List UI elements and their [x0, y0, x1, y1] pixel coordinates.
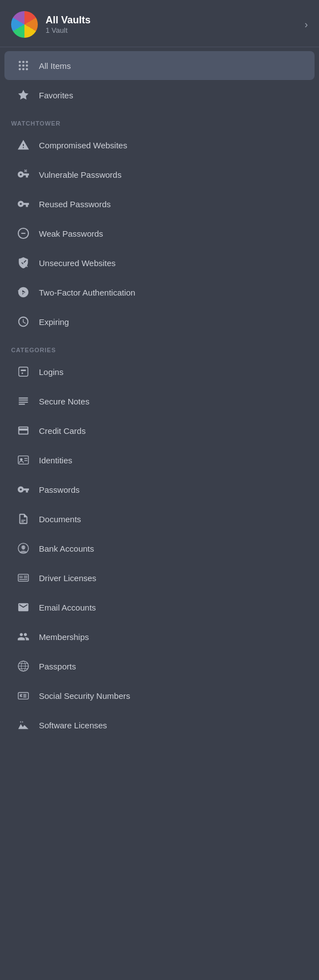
passports-icon — [16, 658, 31, 674]
svg-point-1 — [22, 61, 24, 63]
nav-item-documents[interactable]: Documents — [4, 504, 315, 533]
nav-item-secure-notes[interactable]: Secure Notes — [4, 387, 315, 416]
nav-item-unsecured-websites[interactable]: Unsecured Websites — [4, 248, 315, 277]
nav-item-two-factor[interactable]: Two-Factor Authentication — [4, 278, 315, 307]
vulnerable-passwords-label: Vulnerable Passwords — [39, 170, 122, 179]
warning-icon — [16, 137, 31, 153]
nav-item-vulnerable-passwords[interactable]: Vulnerable Passwords — [4, 160, 315, 189]
unsecured-websites-icon — [16, 255, 31, 271]
reused-passwords-icon — [16, 196, 31, 212]
nav-item-favorites[interactable]: Favorites — [4, 81, 315, 109]
reused-passwords-label: Reused Passwords — [39, 199, 111, 209]
two-factor-icon — [16, 284, 31, 300]
nav-item-passwords[interactable]: Passwords — [4, 475, 315, 504]
credit-cards-label: Credit Cards — [39, 426, 86, 436]
svg-point-2 — [26, 61, 28, 63]
social-security-icon — [16, 688, 31, 703]
nav-item-email-accounts[interactable]: Email Accounts — [4, 593, 315, 622]
nav-item-expiring[interactable]: Expiring — [4, 307, 315, 336]
vault-selector[interactable]: All Vaults 1 Vault — [11, 11, 91, 38]
svg-point-6 — [19, 68, 21, 70]
documents-label: Documents — [39, 514, 81, 524]
unsecured-websites-label: Unsecured Websites — [39, 258, 116, 268]
nav-item-driver-licenses[interactable]: Driver Licenses — [4, 563, 315, 592]
header: All Vaults 1 Vault › — [0, 0, 319, 47]
weak-passwords-label: Weak Passwords — [39, 229, 103, 238]
passwords-label: Passwords — [39, 485, 79, 494]
email-accounts-label: Email Accounts — [39, 603, 96, 612]
expiring-label: Expiring — [39, 317, 69, 327]
nav-item-reused-passwords[interactable]: Reused Passwords — [4, 189, 315, 218]
memberships-label: Memberships — [39, 632, 89, 642]
nav-item-social-security[interactable]: Social Security Numbers — [4, 681, 315, 710]
driver-licenses-label: Driver Licenses — [39, 573, 96, 583]
svg-rect-21 — [19, 576, 23, 578]
star-icon — [16, 87, 31, 103]
credit-cards-icon — [16, 423, 31, 438]
logins-label: Logins — [39, 367, 63, 377]
email-accounts-icon — [16, 599, 31, 615]
weak-passwords-icon — [16, 226, 31, 241]
nav-item-credit-cards[interactable]: Credit Cards — [4, 416, 315, 445]
svg-point-5 — [26, 64, 28, 67]
nav-item-weak-passwords[interactable]: Weak Passwords — [4, 219, 315, 248]
vault-info: All Vaults 1 Vault — [46, 14, 91, 34]
expiring-icon — [16, 314, 31, 329]
svg-point-0 — [19, 61, 21, 63]
all-items-label: All Items — [39, 61, 71, 71]
memberships-icon — [16, 629, 31, 644]
nav-item-all-items[interactable]: All Items — [4, 51, 315, 80]
vault-count: 1 Vault — [46, 26, 91, 34]
vault-logo — [11, 11, 38, 38]
vulnerable-passwords-icon — [16, 167, 31, 182]
software-licenses-label: Software Licenses — [39, 721, 107, 730]
bank-accounts-label: Bank Accounts — [39, 544, 94, 553]
svg-point-4 — [22, 64, 24, 67]
categories-section-header: CATEGORIES — [0, 337, 319, 357]
chevron-right-icon[interactable]: › — [305, 19, 308, 31]
compromised-websites-label: Compromised Websites — [39, 141, 127, 150]
logins-icon — [16, 364, 31, 379]
svg-rect-11 — [19, 367, 28, 377]
software-licenses-icon — [16, 717, 31, 733]
passwords-icon — [16, 482, 31, 497]
two-factor-label: Two-Factor Authentication — [39, 288, 135, 297]
passports-label: Passports — [39, 662, 76, 671]
nav-item-memberships[interactable]: Memberships — [4, 622, 315, 651]
watchtower-section-header: WATCHTOWER — [0, 110, 319, 130]
svg-point-3 — [19, 64, 21, 67]
nav-item-compromised-websites[interactable]: Compromised Websites — [4, 131, 315, 159]
nav-item-identities[interactable]: Identities — [4, 446, 315, 474]
secure-notes-icon — [16, 393, 31, 409]
identities-icon — [16, 452, 31, 468]
svg-point-15 — [20, 458, 23, 461]
svg-point-13 — [22, 372, 23, 374]
sidebar: All Items Favorites WATCHTOWER Compromis… — [0, 47, 319, 743]
nav-item-logins[interactable]: Logins — [4, 357, 315, 386]
secure-notes-label: Secure Notes — [39, 397, 89, 406]
svg-rect-12 — [21, 369, 26, 371]
bank-accounts-icon: $ — [16, 541, 31, 556]
svg-point-7 — [22, 68, 24, 70]
nav-item-passports[interactable]: Passports — [4, 652, 315, 681]
nav-item-bank-accounts[interactable]: $ Bank Accounts — [4, 534, 315, 563]
nav-item-software-licenses[interactable]: Software Licenses — [4, 711, 315, 739]
favorites-label: Favorites — [39, 91, 73, 100]
documents-icon — [16, 511, 31, 527]
svg-point-8 — [26, 68, 28, 70]
grid-icon — [16, 58, 31, 73]
svg-text:$: $ — [22, 546, 25, 551]
vault-name: All Vaults — [46, 14, 91, 26]
driver-licenses-icon — [16, 570, 31, 586]
identities-label: Identities — [39, 456, 72, 465]
social-security-label: Social Security Numbers — [39, 691, 130, 701]
